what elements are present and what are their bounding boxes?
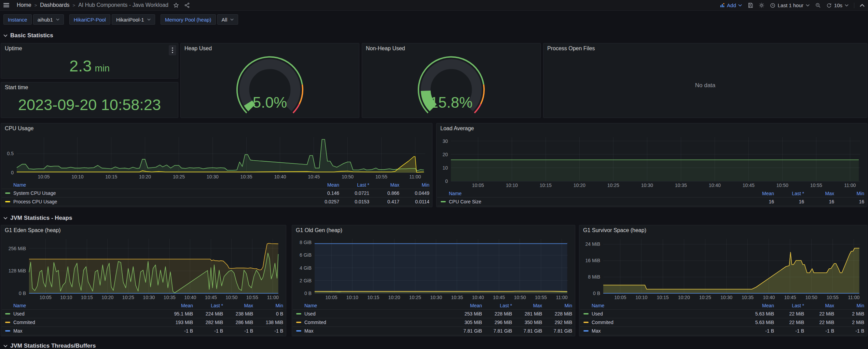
legend-col-last[interactable]: Last *	[193, 303, 223, 308]
panel-title[interactable]: G1 Eden Space (heap)	[1, 225, 286, 236]
share-icon[interactable]	[184, 2, 190, 8]
series-name[interactable]: Max	[592, 328, 744, 334]
svg-text:10:05: 10:05	[472, 183, 484, 188]
legend-col-min[interactable]: Min	[834, 191, 864, 196]
panel-title[interactable]: Load Average	[437, 123, 867, 134]
series-name[interactable]: Used	[592, 311, 744, 317]
series-name[interactable]: Used	[13, 311, 163, 317]
g1-eden-space-chart[interactable]: 10:0510:1010:1510:2010:2510:3010:3510:40…	[2, 236, 285, 301]
clock-icon	[770, 3, 775, 8]
svg-text:10: 10	[442, 165, 448, 171]
time-range-picker[interactable]: Last 1 hour	[770, 2, 810, 8]
section-jvm-threads-buffers[interactable]: JVM Statistics Threads/Buffers	[3, 343, 96, 349]
legend-col-min[interactable]: Min	[399, 182, 429, 188]
panel-title[interactable]: Start time	[1, 82, 178, 93]
legend-col-name[interactable]: Name	[13, 303, 163, 308]
eden-plot-canvas[interactable]: 10:0510:1010:1510:2010:2510:3010:3510:40…	[2, 236, 285, 301]
save-dashboard-icon[interactable]	[747, 2, 753, 8]
zoom-out-time-icon[interactable]	[815, 2, 821, 8]
series-name[interactable]: Commited	[13, 320, 163, 325]
panel-g1-old-gen: G1 Old Gen (heap) 10:0510:1010:1510:2010…	[292, 225, 575, 336]
series-name[interactable]: Max	[13, 328, 163, 334]
series-stat-value: 22 MiB	[774, 320, 804, 325]
oldgen-plot-canvas[interactable]: 10:0510:1010:1510:2010:2510:3010:3510:40…	[293, 236, 574, 301]
legend-col-min[interactable]: Min	[834, 303, 864, 308]
variable-hikaricp-label[interactable]: HikariCP-Pool	[69, 14, 110, 25]
menu-icon[interactable]	[3, 3, 9, 7]
svg-text:10:05: 10:05	[614, 295, 626, 300]
svg-text:10:05: 10:05	[38, 174, 50, 179]
legend-col-name[interactable]: Name	[304, 303, 452, 308]
variable-hikaricp-value[interactable]: HikariPool-1	[112, 14, 155, 25]
panel-title[interactable]: Heap Used	[181, 43, 359, 54]
panel-g1-eden-space: G1 Eden Space (heap) 10:0510:1010:1510:2…	[1, 225, 286, 336]
series-name[interactable]: Commited	[304, 320, 452, 325]
load-plot-canvas[interactable]: 10:0510:1010:1510:2010:2510:3010:3510:40…	[437, 134, 866, 189]
series-stat-value: 2 MiB	[834, 311, 864, 317]
cpu-usage-chart[interactable]: 10:0510:1010:1510:2010:2510:3010:3510:40…	[2, 134, 431, 181]
legend-col-min[interactable]: Min	[253, 303, 283, 308]
panel-title[interactable]: Non-Heap Used	[362, 43, 540, 54]
variable-memory-pool-value[interactable]: All	[217, 14, 238, 25]
series-name[interactable]: System CPU Usage	[13, 190, 309, 196]
legend-col-min[interactable]: Min	[542, 303, 572, 308]
legend-col-last[interactable]: Last *	[774, 303, 804, 308]
series-color-swatch	[5, 192, 10, 194]
legend-col-name[interactable]: Name	[13, 182, 309, 188]
series-stat-value: 281 MiB	[512, 311, 542, 317]
series-name[interactable]: Process CPU Usage	[13, 199, 309, 204]
legend-col-max[interactable]: Max	[223, 303, 253, 308]
dashboard-settings-gear-icon[interactable]	[759, 2, 764, 8]
g1-old-gen-chart[interactable]: 10:0510:1010:1510:2010:2510:3010:3510:40…	[293, 236, 574, 301]
legend-col-name[interactable]: Name	[449, 191, 744, 196]
collapse-topbar-chevron-up-icon[interactable]	[860, 4, 865, 7]
legend-col-max[interactable]: Max	[369, 182, 399, 188]
legend-col-mean[interactable]: Mean	[744, 191, 774, 196]
panel-title[interactable]: Process Open Files	[543, 43, 867, 54]
legend-col-mean[interactable]: Mean	[163, 303, 193, 308]
surv-plot-canvas[interactable]: 10:0510:1010:1510:2010:2510:3010:3510:40…	[580, 236, 866, 301]
series-name[interactable]: Max	[304, 328, 452, 334]
legend-col-mean[interactable]: Mean	[309, 182, 339, 188]
series-name[interactable]: Used	[304, 311, 452, 317]
legend-col-mean[interactable]: Mean	[744, 303, 774, 308]
breadcrumb-home[interactable]: Home	[17, 2, 31, 8]
breadcrumb-dashboard-title[interactable]: AI Hub Components - Java Workload	[78, 2, 168, 8]
g1-survivor-space-chart[interactable]: 10:0510:1010:1510:2010:2510:3010:3510:40…	[580, 236, 866, 301]
section-basic-statistics[interactable]: Basic Statistics	[3, 32, 53, 39]
load-average-chart[interactable]: 10:0510:1010:1510:2010:2510:3010:3510:40…	[437, 134, 866, 189]
variable-instance-value[interactable]: aihub1	[33, 14, 64, 25]
series-name[interactable]: CPU Core Size	[449, 199, 744, 204]
g1-old-gen-legend: NameMeanLast *MaxMinUsed253 MiB228 MiB28…	[293, 301, 572, 335]
variable-instance-label[interactable]: Instance	[3, 14, 32, 25]
variable-memory-pool-label[interactable]: Memory Pool (heap)	[161, 14, 216, 25]
panel-title[interactable]: Uptime	[1, 43, 178, 54]
refresh-picker[interactable]: 10s	[826, 2, 849, 8]
series-stat-value: 228 MiB	[482, 311, 512, 317]
load-average-legend: NameMeanLast *MaxMinCPU Core Size1616161…	[437, 189, 864, 206]
non-heap-used-gauge: 15.8%	[362, 54, 540, 117]
panel-title[interactable]: G1 Survivor Space (heap)	[579, 225, 867, 236]
legend-col-max[interactable]: Max	[512, 303, 542, 308]
svg-text:15.8%: 15.8%	[430, 94, 473, 111]
legend-col-max[interactable]: Max	[804, 303, 834, 308]
add-panel-button[interactable]: Add	[720, 2, 742, 8]
cpu-plot-canvas[interactable]: 10:0510:1010:1510:2010:2510:3010:3510:40…	[2, 134, 431, 181]
panel-title[interactable]: G1 Old Gen (heap)	[292, 225, 575, 236]
svg-text:10:45: 10:45	[205, 295, 217, 300]
breadcrumb-dashboards[interactable]: Dashboards	[40, 2, 69, 8]
series-stat-value: 350 MiB	[512, 320, 542, 325]
svg-text:6 GiB: 6 GiB	[300, 252, 312, 258]
legend-col-name[interactable]: Name	[592, 303, 744, 308]
legend-col-last[interactable]: Last *	[339, 182, 369, 188]
series-stat-value: 282 MiB	[193, 320, 223, 325]
legend-col-last[interactable]: Last *	[774, 191, 804, 196]
legend-col-max[interactable]: Max	[804, 191, 834, 196]
svg-text:5.0%: 5.0%	[253, 94, 287, 111]
panel-title[interactable]: CPU Usage	[1, 123, 432, 134]
legend-col-mean[interactable]: Mean	[452, 303, 482, 308]
favorite-star-icon[interactable]	[173, 2, 179, 8]
legend-col-last[interactable]: Last *	[482, 303, 512, 308]
series-name[interactable]: Commited	[592, 320, 744, 325]
section-jvm-heaps[interactable]: JVM Statistics - Heaps	[3, 215, 72, 222]
